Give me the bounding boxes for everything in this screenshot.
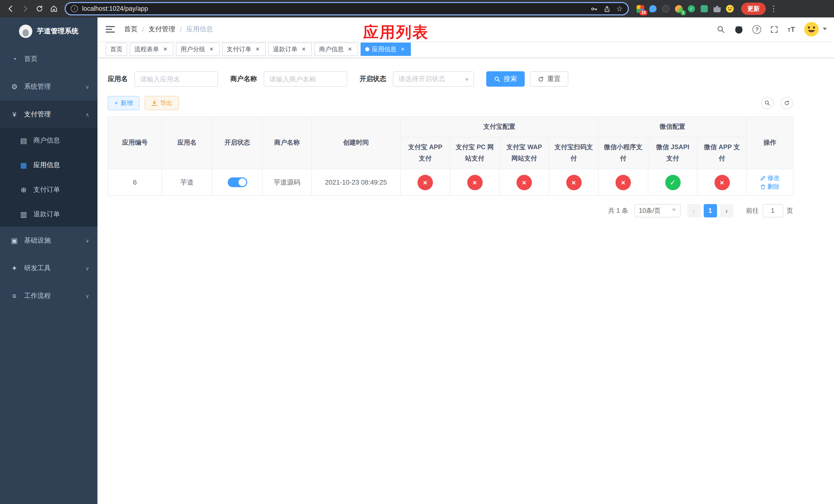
sidebar-item-merchant-info[interactable]: ▤ 商户信息 [0,128,97,153]
breadcrumb-payment[interactable]: 支付管理 [149,25,175,34]
infra-icon: ▣ [10,236,19,245]
tab-label: 退款订单 [273,45,298,53]
sidebar-item-label: 退款订单 [33,210,60,219]
merchant-name-input[interactable] [264,71,347,87]
bookmark-star-icon[interactable]: ☆ [616,5,623,12]
group-alipay-config: 支付宝配置 [400,117,598,137]
extension-drop-icon[interactable] [649,5,657,13]
sidebar-item-pay-orders[interactable]: ⊕ 支付订单 [0,177,97,202]
tab-应用信息[interactable]: 应用信息× [360,43,411,56]
delete-link[interactable]: 删除 [760,182,780,191]
page-size-select[interactable]: 10条/页 [634,204,680,217]
sidebar-logo[interactable]: 芋道管理系统 [0,18,97,45]
profile-avatar-icon[interactable] [726,5,734,13]
share-icon[interactable] [603,5,611,13]
extension-chat-icon[interactable] [700,5,708,13]
sidebar-item-label: 应用信息 [33,160,60,170]
edit-link[interactable]: 修改 [760,174,780,182]
search-icon[interactable] [717,25,725,33]
tab-退款订单[interactable]: 退款订单× [268,43,312,56]
sidebar-item-devtools[interactable]: ✦ 研发工具 ∨ [0,254,97,282]
next-page-button[interactable]: › [720,204,733,217]
breadcrumb-home[interactable]: 首页 [124,25,137,34]
chevron-up-icon: ∧ [85,112,89,117]
tab-支付订单[interactable]: 支付订单× [222,43,266,56]
breadcrumb-separator: / [180,25,181,33]
fullscreen-icon[interactable] [770,25,779,33]
github-icon[interactable] [734,24,744,34]
tab-流程表单[interactable]: 流程表单× [130,43,173,56]
sidebar-item-infrastructure[interactable]: ▣ 基础设施 ∨ [0,227,97,254]
font-size-icon[interactable]: TT [788,25,795,33]
payment-submenu: ▤ 商户信息 ▦ 应用信息 ⊕ 支付订单 ▥ 退款订单 [0,128,97,227]
tab-商户信息[interactable]: 商户信息× [314,43,358,56]
back-icon[interactable] [4,2,18,15]
extensions-puzzle-icon[interactable] [713,5,721,13]
sidebar-item-system[interactable]: ⚙ 系统管理 ∨ [0,73,97,100]
breadcrumb-separator: / [142,25,144,33]
refresh-table-icon[interactable] [781,97,793,109]
col-create-time: 创建时间 [312,117,400,169]
tab-close-icon[interactable]: × [161,46,169,53]
browser-update-button[interactable]: 更新 [741,3,766,15]
key-icon[interactable] [591,5,598,13]
extension-dark-icon[interactable] [662,5,670,13]
extension-grid-icon[interactable]: 10 [636,5,644,13]
logo-avatar [19,25,32,38]
tab-close-icon[interactable]: × [399,46,406,53]
sidebar-item-label: 首页 [24,54,38,64]
status-toggle[interactable] [227,177,247,187]
app-name-input[interactable] [134,71,218,87]
cell-app-id: 6 [108,169,162,196]
search-button[interactable]: 搜索 [486,71,525,87]
user-avatar[interactable] [804,22,827,37]
refresh-icon[interactable] [33,2,46,15]
cell-app-name: 芋道 [162,169,212,196]
col-app-name: 应用名 [162,117,212,169]
help-icon[interactable]: ? [753,25,762,33]
export-button[interactable]: 导出 [145,96,179,110]
extension-avatar-icon[interactable]: 1 [675,5,683,13]
cell-create-time: 2021-10-23 08:49:25 [312,169,400,196]
tab-close-icon[interactable]: × [346,46,353,53]
status-select[interactable]: 请选择开启状态 [393,71,474,87]
sidebar-item-app-info[interactable]: ▦ 应用信息 [0,153,97,177]
disabled-icon: × [615,175,631,190]
tab-close-icon[interactable]: × [300,46,307,53]
hamburger-icon[interactable] [105,24,116,35]
screen: i localhost:1024/pay/app ☆ 10 1 [0,0,834,504]
sidebar-item-workflow[interactable]: ≡ 工作流程 ∨ [0,282,97,310]
add-button[interactable]: + 新增 [108,96,139,110]
url-text[interactable]: localhost:1024/pay/app [82,5,148,12]
gear-icon: ⚙ [10,83,19,91]
site-info-icon[interactable]: i [71,5,78,12]
extension-check-icon[interactable]: ✓ [687,5,696,13]
reset-button[interactable]: 重置 [530,71,568,87]
active-tab-dot [365,47,369,51]
tab-close-icon[interactable]: × [254,46,261,53]
chevron-down-icon: ∨ [85,293,89,299]
goto-page-input[interactable] [763,204,783,217]
breadcrumb-current: 应用信息 [186,25,213,34]
home-icon[interactable] [47,2,61,15]
col-wx-app: 微信 APP 支付 [697,137,747,169]
browser-menu-icon[interactable]: ⋮ [767,4,781,13]
tab-首页[interactable]: 首页 [106,43,127,56]
cell-alipay-pc: × [450,169,499,196]
browser-toolbar: i localhost:1024/pay/app ☆ 10 1 [0,0,834,18]
sidebar-item-home[interactable]: ◔ 首页 [0,45,97,73]
dashboard-icon: ◔ [10,55,19,63]
tab-用户分组[interactable]: 用户分组× [176,43,220,56]
cell-merchant: 芋道源码 [262,169,312,196]
breadcrumb: 首页 / 支付管理 / 应用信息 [124,25,213,34]
toggle-search-icon[interactable] [761,97,773,109]
sidebar-item-label: 基础设施 [24,236,51,245]
address-bar[interactable]: i localhost:1024/pay/app ☆ [65,2,629,15]
sidebar-item-label: 工作流程 [24,291,51,300]
sidebar-item-refund-orders[interactable]: ▥ 退款订单 [0,202,97,227]
prev-page-button[interactable]: ‹ [687,204,700,217]
tab-close-icon[interactable]: × [208,46,215,53]
page-number-1[interactable]: 1 [703,204,717,217]
forward-icon[interactable] [19,2,32,15]
sidebar-item-payment[interactable]: ¥ 支付管理 ∧ [0,100,97,128]
